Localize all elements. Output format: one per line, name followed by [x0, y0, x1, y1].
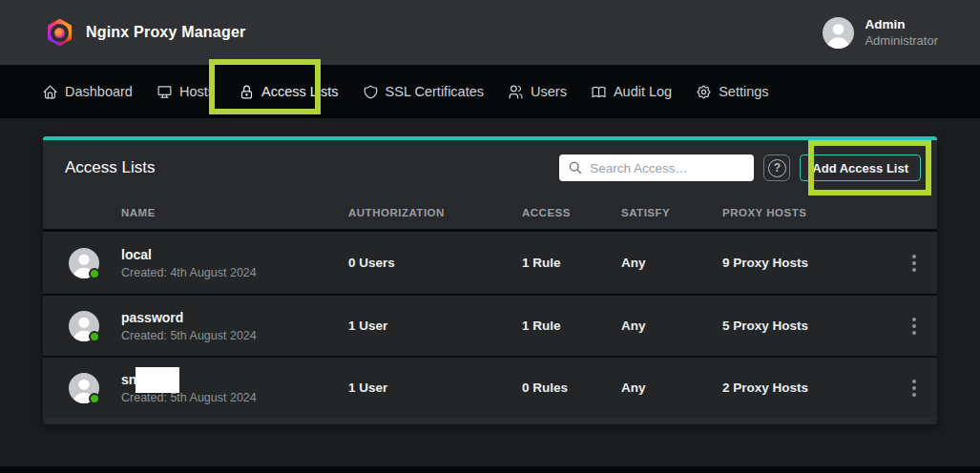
nav-item-users[interactable]: Users — [508, 84, 567, 100]
nav-label: Audit Log — [614, 84, 672, 99]
nav-item-access-lists[interactable]: Access Lists — [239, 84, 339, 100]
user-avatar — [823, 17, 854, 49]
main-nav: Dashboard Hosts Access Lists SSL Certifi… — [0, 65, 980, 118]
access-value: 1 Rule — [522, 256, 621, 270]
access-lists-panel: Access Lists ? Add Access List NAME AUTH… — [43, 136, 937, 424]
avatar — [69, 373, 99, 403]
authorization-value: 0 Users — [348, 256, 522, 270]
row-actions-cell — [890, 376, 937, 401]
authorization-value: 1 User — [348, 380, 522, 395]
row-name-cell: password Created: 5th August 2024 — [121, 310, 348, 342]
book-icon — [591, 84, 607, 100]
nav-label: Dashboard — [65, 84, 133, 99]
avatar — [69, 248, 99, 278]
column-header-authorization: AUTHORIZATION — [348, 207, 522, 218]
row-actions-cell — [890, 251, 937, 276]
user-menu[interactable]: Admin Administrator — [823, 17, 938, 49]
nav-label: Users — [531, 84, 567, 99]
access-list-name: password — [121, 310, 348, 326]
column-header-proxy-hosts: PROXY HOSTS — [722, 207, 890, 218]
satisfy-value: Any — [621, 256, 722, 270]
add-access-list-button[interactable]: Add Access List — [800, 154, 921, 181]
monitor-icon — [156, 84, 173, 100]
app-logo-icon — [46, 19, 73, 47]
nav-item-dashboard[interactable]: Dashboard — [42, 84, 133, 100]
row-avatar-cell — [43, 373, 121, 403]
proxy-hosts-value: 2 Proxy Hosts — [722, 380, 890, 395]
table-header-row: NAME AUTHORIZATION ACCESS SATISFY PROXY … — [43, 195, 937, 232]
access-value: 0 Rules — [522, 380, 621, 395]
search-box — [559, 154, 754, 181]
brand: Nginx Proxy Manager — [46, 19, 245, 47]
proxy-hosts-value: 9 Proxy Hosts — [722, 256, 890, 270]
users-icon — [508, 84, 524, 100]
lock-icon — [239, 84, 255, 100]
app-title: Nginx Proxy Manager — [86, 24, 245, 41]
kebab-menu-icon[interactable] — [908, 251, 920, 276]
created-date: Created: 4th August 2024 — [121, 266, 348, 279]
panel-header: Access Lists ? Add Access List — [43, 140, 937, 195]
nav-item-ssl-certificates[interactable]: SSL Certificates — [363, 84, 484, 100]
row-name-cell: local Created: 4th August 2024 — [121, 247, 348, 279]
row-name-cell: sn Created: 5th August 2024 — [121, 372, 348, 404]
kebab-menu-icon[interactable] — [908, 376, 920, 401]
bottom-edge-strip — [0, 466, 980, 473]
satisfy-value: Any — [621, 380, 722, 395]
nav-label: Settings — [719, 84, 768, 99]
user-meta: Admin Administrator — [865, 17, 938, 48]
search-icon — [568, 160, 583, 175]
avatar — [69, 311, 99, 341]
column-header-satisfy: SATISFY — [621, 207, 722, 218]
authorization-value: 1 User — [348, 319, 522, 333]
access-list-name: local — [121, 247, 348, 263]
app-window: Nginx Proxy Manager Admin Administrator … — [0, 0, 980, 473]
column-header-name: NAME — [121, 207, 348, 218]
status-dot-online — [89, 268, 100, 279]
access-list-name: sn — [121, 372, 348, 388]
nav-item-audit-log[interactable]: Audit Log — [591, 84, 672, 100]
help-icon: ? — [768, 159, 786, 177]
help-button[interactable]: ? — [763, 154, 790, 181]
access-value: 1 Rule — [522, 319, 621, 333]
table-body: local Created: 4th August 2024 0 Users 1… — [43, 232, 937, 418]
nav-label: Hosts — [179, 84, 215, 99]
column-header-access: ACCESS — [522, 207, 621, 218]
created-date: Created: 5th August 2024 — [121, 329, 348, 342]
top-bar: Nginx Proxy Manager Admin Administrator — [0, 0, 980, 65]
gear-icon — [696, 84, 712, 100]
created-date: Created: 5th August 2024 — [121, 391, 348, 404]
status-dot-online — [89, 331, 100, 342]
proxy-hosts-value: 5 Proxy Hosts — [722, 319, 890, 333]
nav-label: SSL Certificates — [386, 84, 484, 99]
nav-item-settings[interactable]: Settings — [696, 84, 768, 100]
user-role: Administrator — [865, 33, 938, 48]
page-title: Access Lists — [65, 158, 155, 177]
table-row[interactable]: password Created: 5th August 2024 1 User… — [43, 294, 937, 356]
satisfy-value: Any — [621, 319, 722, 333]
search-input[interactable] — [559, 154, 754, 181]
panel-controls: ? Add Access List — [559, 154, 921, 181]
user-name: Admin — [865, 17, 938, 31]
row-avatar-cell — [43, 311, 121, 341]
nav-item-hosts[interactable]: Hosts — [156, 84, 215, 100]
home-icon — [42, 84, 58, 100]
status-dot-online — [89, 393, 100, 404]
row-avatar-cell — [43, 248, 121, 278]
table-row[interactable]: local Created: 4th August 2024 0 Users 1… — [43, 232, 937, 294]
redaction-box — [136, 367, 179, 393]
kebab-menu-icon[interactable] — [908, 314, 920, 339]
shield-icon — [363, 84, 379, 100]
nav-label: Access Lists — [261, 84, 339, 99]
table-row[interactable]: sn Created: 5th August 2024 1 User 0 Rul… — [43, 356, 937, 418]
row-actions-cell — [890, 314, 937, 339]
